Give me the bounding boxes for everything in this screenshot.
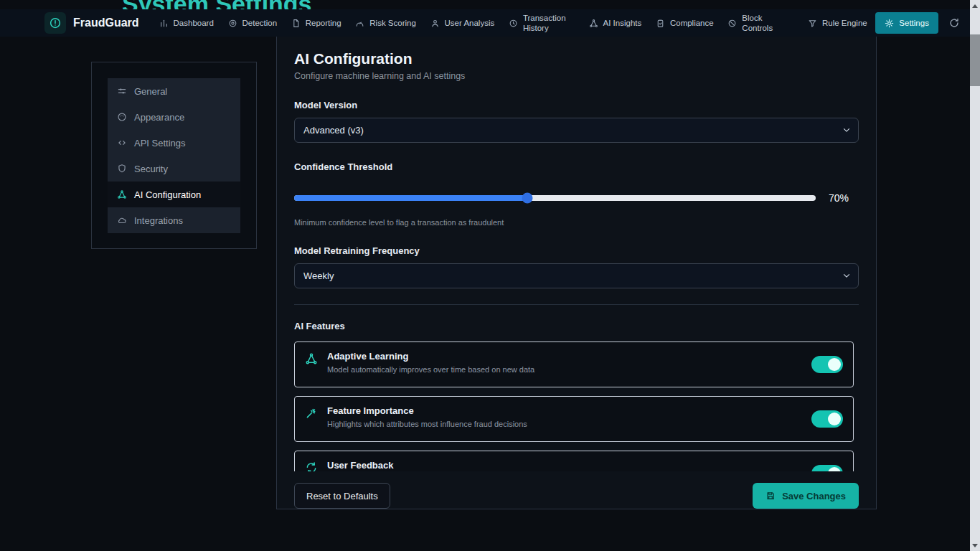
nav-item[interactable]: Compliance bbox=[650, 14, 720, 32]
settings-nav-label: Security bbox=[134, 164, 168, 174]
palette-icon bbox=[117, 112, 127, 122]
history-icon bbox=[509, 19, 518, 28]
neural-icon bbox=[117, 189, 127, 199]
feature-description: Model automatically improves over time b… bbox=[327, 365, 534, 374]
nav-item-label: Transaction History bbox=[523, 13, 575, 34]
nav-item-label: Settings bbox=[899, 18, 929, 28]
neural-icon bbox=[305, 352, 318, 365]
rule-icon bbox=[808, 19, 817, 28]
scrollbar-up-arrow[interactable] bbox=[970, 0, 980, 11]
retraining-frequency-label: Model Retraining Frequency bbox=[294, 245, 859, 256]
confidence-help-text: Minimum confidence level to flag a trans… bbox=[294, 218, 859, 227]
nav-item-label: User Analysis bbox=[445, 18, 495, 28]
nav-item-label: Dashboard bbox=[174, 18, 214, 28]
feature-text: Feature Importance Highlights which attr… bbox=[327, 405, 527, 428]
settings-nav-label: General bbox=[134, 86, 167, 97]
ai-configuration-panel: AI Configuration Configure machine learn… bbox=[276, 34, 877, 509]
nav-item[interactable]: Rule Engine bbox=[802, 14, 873, 32]
feature-toggle[interactable] bbox=[811, 410, 843, 428]
top-navbar: FraudGuard Dashboard Detection Reporting… bbox=[0, 9, 970, 37]
settings-nav-label: Integrations bbox=[134, 215, 183, 226]
settings-nav-item[interactable]: General bbox=[108, 78, 240, 104]
feature-text: User Feedback bbox=[327, 460, 394, 471]
feature-card: Feature Importance Highlights which attr… bbox=[294, 396, 854, 442]
detection-icon bbox=[228, 19, 237, 28]
sliders-icon bbox=[117, 86, 127, 96]
nav-item[interactable]: Dashboard bbox=[154, 14, 220, 32]
settings-sidebar: General Appearance API Settings Security… bbox=[91, 62, 257, 249]
model-version-select[interactable]: Advanced (v3) bbox=[294, 118, 859, 143]
nav-item-label: Compliance bbox=[670, 18, 714, 28]
reset-defaults-button[interactable]: Reset to Defaults bbox=[294, 483, 390, 509]
code-icon bbox=[117, 138, 127, 148]
scrollbar-thumb[interactable] bbox=[970, 34, 980, 86]
nav-item-label: Rule Engine bbox=[822, 18, 867, 28]
feature-card: Adaptive Learning Model automatically im… bbox=[294, 342, 854, 387]
nav-item-label: Reporting bbox=[306, 18, 341, 28]
settings-nav-label: Appearance bbox=[134, 112, 184, 123]
alert-icon bbox=[49, 17, 62, 29]
save-icon bbox=[765, 491, 776, 501]
nav-item[interactable]: Risk Scoring bbox=[349, 14, 422, 32]
toggle-knob bbox=[828, 358, 841, 371]
settings-nav-item[interactable]: AI Configuration bbox=[108, 182, 240, 207]
save-changes-button[interactable]: Save Changes bbox=[753, 483, 859, 509]
retraining-frequency-select[interactable]: Weekly bbox=[294, 263, 859, 288]
browser-scrollbar[interactable] bbox=[970, 0, 980, 551]
feature-description: Highlights which attributes most influen… bbox=[327, 420, 527, 428]
panel-title: AI Configuration bbox=[294, 50, 859, 67]
nav-item[interactable]: Reporting bbox=[286, 14, 347, 32]
nav-item[interactable]: Block Controls bbox=[722, 9, 799, 37]
ai-features-heading: AI Features bbox=[294, 321, 859, 331]
settings-nav-item[interactable]: Integrations bbox=[108, 207, 240, 233]
feature-toggle[interactable] bbox=[811, 356, 843, 373]
block-icon bbox=[727, 19, 737, 28]
brand-name: FraudGuard bbox=[73, 17, 139, 29]
nav-item-label: AI Insights bbox=[603, 18, 642, 28]
nav-item[interactable]: Settings bbox=[875, 12, 938, 34]
section-divider bbox=[294, 304, 859, 305]
ai-features-list[interactable]: Adaptive Learning Model automatically im… bbox=[294, 342, 859, 471]
compliance-icon bbox=[656, 19, 665, 28]
panel-footer: Reset to Defaults Save Changes bbox=[294, 483, 859, 509]
nav-item-label: Risk Scoring bbox=[369, 18, 416, 28]
confidence-slider-thumb[interactable] bbox=[522, 193, 532, 204]
shield-icon bbox=[117, 164, 127, 174]
nav-item-label: Block Controls bbox=[742, 13, 793, 34]
reporting-icon bbox=[291, 19, 301, 28]
confidence-slider-fill bbox=[294, 195, 527, 201]
save-button-label: Save Changes bbox=[782, 491, 846, 501]
feature-text: Adaptive Learning Model automatically im… bbox=[327, 351, 534, 374]
nav-item[interactable]: Detection bbox=[222, 14, 283, 32]
user-icon bbox=[430, 19, 440, 28]
feature-card: User Feedback bbox=[294, 451, 854, 471]
settings-nav-item[interactable]: Appearance bbox=[108, 104, 240, 130]
nav-item[interactable]: AI Insights bbox=[583, 14, 648, 32]
feature-toggle[interactable] bbox=[811, 465, 843, 471]
retraining-frequency-field: Weekly bbox=[294, 263, 859, 288]
nav-item[interactable]: User Analysis bbox=[425, 14, 501, 32]
feedback-icon bbox=[305, 461, 318, 471]
settings-nav-item[interactable]: API Settings bbox=[108, 130, 240, 156]
dashboard-icon bbox=[159, 19, 169, 28]
refresh-icon[interactable] bbox=[948, 17, 960, 29]
nav-items: Dashboard Detection Reporting Risk Scori… bbox=[154, 9, 938, 37]
settings-nav-label: AI Configuration bbox=[134, 189, 201, 200]
settings-icon bbox=[885, 19, 894, 28]
scrollbar-down-arrow[interactable] bbox=[970, 540, 980, 551]
confidence-slider[interactable] bbox=[294, 195, 816, 201]
brand-logo bbox=[44, 12, 66, 34]
brand[interactable]: FraudGuard bbox=[44, 12, 139, 34]
nav-item-label: Detection bbox=[242, 18, 278, 28]
toggle-knob bbox=[828, 413, 841, 425]
nav-item[interactable]: Transaction History bbox=[503, 9, 580, 37]
settings-nav-list: General Appearance API Settings Security… bbox=[108, 78, 240, 233]
confidence-slider-row: 70% bbox=[294, 192, 859, 204]
settings-nav-item[interactable]: Security bbox=[108, 156, 240, 182]
risk-icon bbox=[355, 19, 364, 28]
cloud-icon bbox=[117, 215, 127, 225]
toggle-knob bbox=[828, 467, 841, 471]
confidence-value: 70% bbox=[829, 192, 859, 204]
feature-name: User Feedback bbox=[327, 460, 394, 471]
feature-name: Feature Importance bbox=[327, 405, 527, 416]
